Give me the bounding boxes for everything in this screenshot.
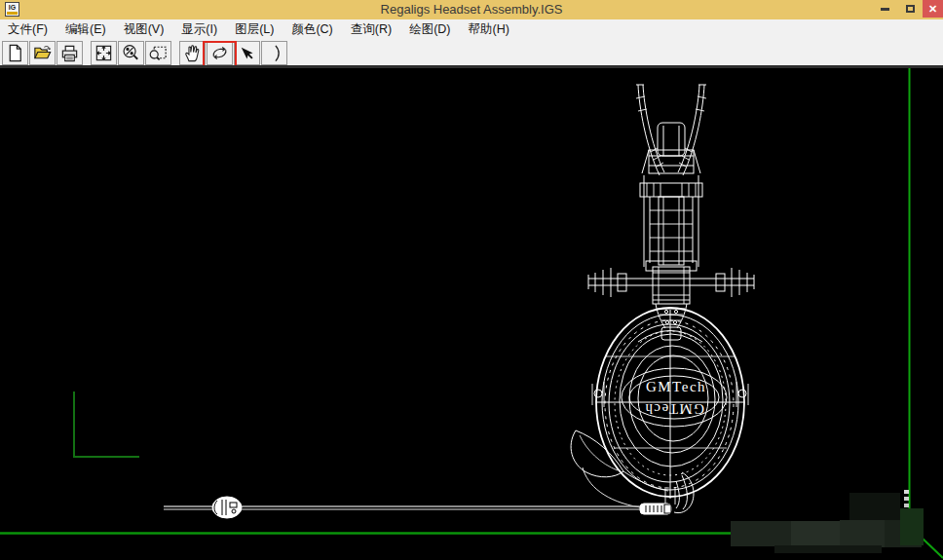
select-arrow-icon: [237, 43, 257, 63]
open-folder-icon: [32, 43, 53, 63]
window-title: Regaligs Headset Assembly.IGS: [0, 0, 943, 19]
toolbar-button-arc[interactable]: [261, 41, 287, 65]
frame-tick-marks: [904, 490, 909, 507]
toolbar-button-print[interactable]: [57, 41, 83, 65]
drawing-canvas[interactable]: GMTech GMTech: [0, 68, 943, 560]
axis-indicator: [74, 392, 139, 457]
slider-housing: [658, 123, 685, 156]
cup-brand-text-mirrored: GMTech: [644, 401, 704, 417]
maximize-icon: [906, 5, 915, 13]
zoom-window-icon: [148, 43, 169, 63]
minimize-icon: [881, 8, 889, 11]
window-controls: ✕: [872, 0, 943, 18]
hanger-hook: [571, 430, 668, 507]
toolbar-button-new[interactable]: [2, 41, 28, 65]
menu-item-file[interactable]: 文件(F): [0, 19, 57, 39]
height-adjuster: [640, 183, 702, 197]
hinge-assembly: [588, 267, 754, 304]
toolbar: [0, 39, 943, 65]
menu-item-edit[interactable]: 编辑(E): [57, 19, 115, 39]
pan-hand-icon: [182, 43, 203, 63]
menu-item-help[interactable]: 帮助(H): [459, 19, 517, 39]
menu-bar: 文件(F) 编辑(E) 视图(V) 显示(I) 图层(L) 颜色(C) 查询(R…: [0, 19, 943, 39]
toolbar-button-select[interactable]: [234, 41, 260, 65]
toolbar-button-pan[interactable]: [179, 41, 206, 65]
zoom-extents-icon: [94, 43, 114, 63]
close-button[interactable]: ✕: [923, 0, 943, 18]
titlebar: IG Regaligs Headset Assembly.IGS ✕: [0, 0, 943, 19]
menu-item-query[interactable]: 查询(R): [342, 19, 400, 39]
toolbar-button-zoom-window[interactable]: [145, 41, 171, 65]
frame-corner-diagonal: [921, 537, 943, 558]
maximize-button[interactable]: [897, 0, 923, 18]
zoom-percent-icon: [121, 43, 141, 63]
arc-icon: [264, 43, 284, 63]
cable-connector: [212, 497, 242, 518]
print-icon: [59, 43, 80, 63]
new-document-icon: [5, 43, 25, 63]
toolbar-button-rotate[interactable]: [207, 41, 233, 65]
blur-patches: [731, 493, 924, 553]
menu-item-color[interactable]: 颜色(C): [283, 19, 341, 39]
toolbar-button-zoom-extents[interactable]: [91, 41, 117, 65]
menu-item-display[interactable]: 显示(I): [172, 19, 226, 39]
menu-item-view[interactable]: 视图(V): [115, 19, 173, 39]
cable-plug: [640, 504, 671, 514]
menu-item-draw[interactable]: 绘图(D): [400, 19, 459, 39]
cad-viewport: GMTech GMTech: [0, 68, 943, 560]
toolbar-button-zoom-scale[interactable]: [118, 41, 144, 65]
headset-wireframe: [571, 85, 754, 513]
toolbar-button-open[interactable]: [29, 41, 56, 65]
minimize-button[interactable]: [872, 0, 897, 18]
close-icon: ✕: [928, 3, 937, 16]
cup-brand-text: GMTech: [646, 379, 706, 394]
menu-item-layer[interactable]: 图层(L): [226, 19, 283, 39]
rotate-orbit-icon: [209, 43, 230, 63]
